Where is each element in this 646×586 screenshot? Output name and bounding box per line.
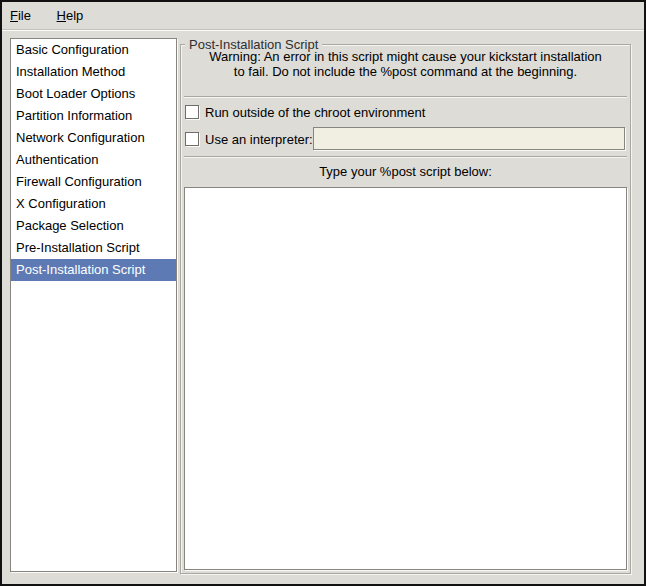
script-label: Type your %post script below:	[181, 164, 630, 179]
interpreter-checkbox[interactable]	[185, 132, 199, 146]
chroot-checkbox-row: Run outside of the chroot environment	[185, 103, 626, 121]
sidebar-item-basic-configuration[interactable]: Basic Configuration	[11, 39, 176, 61]
sidebar-item-firewall-configuration[interactable]: Firewall Configuration	[11, 171, 176, 193]
kickstart-configurator-window: File Help Basic Configuration Installati…	[0, 0, 646, 586]
chroot-checkbox[interactable]	[185, 105, 199, 119]
sidebar-item-boot-loader-options[interactable]: Boot Loader Options	[11, 83, 176, 105]
interpreter-checkbox-row: Use an interpreter:	[185, 127, 626, 151]
warning-text: Warning: An error in this script might c…	[181, 49, 630, 79]
sidebar-item-package-selection[interactable]: Package Selection	[11, 215, 176, 237]
script-textarea[interactable]	[184, 187, 627, 570]
warning-line-1: Warning: An error in this script might c…	[181, 49, 630, 64]
sidebar-item-authentication[interactable]: Authentication	[11, 149, 176, 171]
sidebar-item-pre-installation-script[interactable]: Pre-Installation Script	[11, 237, 176, 259]
interpreter-input[interactable]	[313, 127, 625, 150]
sidebar-item-x-configuration[interactable]: X Configuration	[11, 193, 176, 215]
sidebar-item-network-configuration[interactable]: Network Configuration	[11, 127, 176, 149]
sidebar-item-installation-method[interactable]: Installation Method	[11, 61, 176, 83]
separator	[184, 156, 627, 157]
chroot-checkbox-label[interactable]: Run outside of the chroot environment	[205, 105, 425, 120]
post-installation-script-frame: Post-Installation Script Warning: An err…	[180, 44, 631, 574]
menu-file[interactable]: File	[2, 2, 39, 29]
interpreter-checkbox-label[interactable]: Use an interpreter:	[205, 132, 313, 147]
menu-help[interactable]: Help	[49, 2, 92, 29]
menu-bar: File Help	[2, 2, 644, 30]
sidebar-item-post-installation-script[interactable]: Post-Installation Script	[11, 259, 176, 281]
section-list: Basic Configuration Installation Method …	[10, 38, 177, 572]
warning-line-2: to fail. Do not include the %post comman…	[181, 64, 630, 79]
sidebar-item-partition-information[interactable]: Partition Information	[11, 105, 176, 127]
separator	[184, 96, 627, 97]
